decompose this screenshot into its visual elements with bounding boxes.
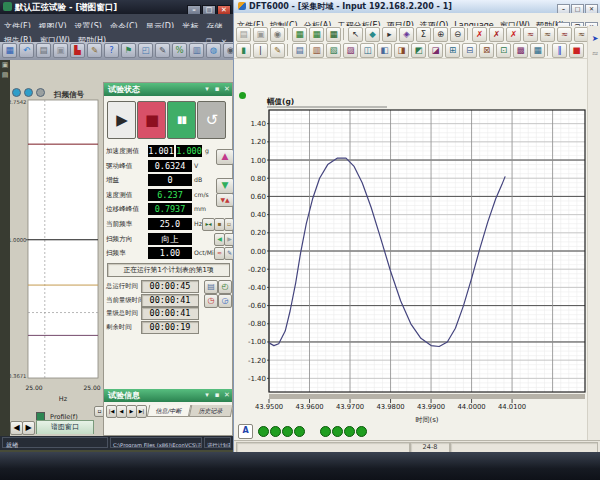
database-icon[interactable]: ▥ [189, 43, 204, 58]
minimize-button[interactable]: – [187, 5, 201, 14]
tab-nav-button-4[interactable]: ▶| [136, 405, 147, 418]
flag-icon[interactable]: ⚑ [121, 43, 136, 58]
field-label: 加速度测值 [106, 145, 146, 157]
chart-type-icon-9[interactable]: ◪ [428, 43, 443, 58]
chart-type-icon-13[interactable]: ⊡ [496, 43, 511, 58]
run-button[interactable]: ▶ [107, 101, 136, 139]
chart-type-icon-2[interactable]: ▥ [309, 43, 324, 58]
snapshot-icon[interactable]: ◉ [270, 27, 285, 42]
save-icon[interactable]: ▦ [2, 43, 17, 58]
maximize-button[interactable]: □ [571, 4, 584, 13]
edit-pen-icon[interactable]: ✎ [270, 43, 285, 58]
annotate-icon[interactable]: ✎ [155, 43, 170, 58]
elapsed-clock-icon[interactable]: ◴ [218, 280, 232, 294]
chart-type-icon-6[interactable]: ◧ [377, 43, 392, 58]
stop-acquisition-icon[interactable]: ■ [569, 43, 584, 58]
help-icon[interactable]: ? [104, 43, 119, 58]
wave-tool-icon[interactable]: ≈ [588, 49, 600, 58]
chart-type-icon-7[interactable]: ◨ [394, 43, 409, 58]
copy-icon[interactable]: ▣ [253, 27, 268, 42]
vcs-titlebar[interactable]: 默认正弦试验 - [谱图窗口] –□✕ [0, 0, 233, 14]
zoom-window-icon[interactable]: ◰ [138, 43, 153, 58]
timer-value: 00:00:19 [141, 321, 199, 334]
chart-type-icon-10[interactable]: ⊞ [445, 43, 460, 58]
statusbar-ready-text: 就绪 [2, 437, 108, 448]
chart-type-icon-3[interactable]: ▧ [326, 43, 341, 58]
panel-menu-icon[interactable]: ▾ [202, 83, 212, 96]
vcs-menubar-row2: –❐✕ 报告(R)窗口(W)帮助(H) [0, 28, 233, 42]
wave-detrend-icon[interactable]: ≈ [574, 27, 587, 42]
panel-close-icon[interactable]: ✕ [222, 83, 232, 96]
sum-icon[interactable]: Σ [416, 27, 431, 42]
erase-block-icon[interactable]: ✗ [489, 27, 504, 42]
wave-smooth-icon[interactable]: ≈ [540, 27, 555, 42]
wave-filter-icon[interactable]: ≈ [523, 27, 538, 42]
toolbar-separator [287, 28, 288, 40]
pause-button[interactable]: ▮▮ [167, 101, 196, 139]
level-step-button[interactable]: ▼▲ [216, 193, 234, 207]
schedule-table-icon[interactable]: ▤ [204, 280, 218, 294]
panel-pin-icon[interactable]: ▪ [212, 83, 222, 96]
zoom-in-icon[interactable]: ⊕ [433, 27, 448, 42]
zoom-out-icon[interactable]: ⊖ [450, 27, 465, 42]
dft6000-titlebar[interactable]: DFT6000 - [采集时域 - Input 192.168.2.200 - … [234, 0, 600, 13]
close-button[interactable]: ✕ [585, 4, 598, 13]
nav-pointer-icon[interactable]: ➤ [588, 34, 600, 43]
chart-type-icon-5[interactable]: ◫ [360, 43, 375, 58]
percent-icon[interactable]: % [172, 43, 187, 58]
chart-type-icon-15[interactable]: ▦ [530, 43, 545, 58]
minimize-button[interactable]: – [557, 4, 570, 13]
bars-cursor-icon[interactable]: ▮ [236, 43, 251, 58]
info-menu-icon[interactable]: ▾ [202, 389, 212, 402]
level-down-button[interactable]: ▼ [216, 178, 234, 194]
print-icon[interactable]: ▤ [236, 27, 251, 42]
restart-button[interactable]: ↺ [197, 101, 226, 139]
info-close-icon[interactable]: ✕ [222, 389, 232, 402]
info-pin-icon[interactable]: ▪ [212, 389, 222, 402]
copy-icon[interactable]: ▣ [53, 43, 68, 58]
close-button[interactable]: ✕ [217, 5, 231, 14]
total-clock-icon[interactable]: ◶ [218, 294, 232, 308]
beam-cursor-icon[interactable]: | [253, 43, 268, 58]
alarm-clock-icon[interactable]: ◷ [204, 294, 218, 308]
svg-text:43.9600: 43.9600 [295, 403, 323, 411]
svg-text:-0.40: -0.40 [248, 284, 266, 292]
edit-pen-icon[interactable]: ✎ [87, 43, 102, 58]
value-display: 0.7937 [148, 203, 192, 215]
test-status-header[interactable]: 试验状态 ✕▪▾ [104, 83, 232, 96]
info-tab-1[interactable]: 信息/中断 [147, 405, 192, 417]
cursor-icon[interactable]: ↖ [348, 27, 363, 42]
chart-type-icon-12[interactable]: ⊠ [479, 43, 494, 58]
pause-acquisition-icon[interactable]: ‖ [552, 43, 567, 58]
tab-scroll-right-button[interactable]: ▶ [22, 421, 35, 435]
maximize-button[interactable]: □ [202, 5, 216, 14]
chart-type-icon-1[interactable]: ▤ [292, 43, 307, 58]
print-icon[interactable]: ▤ [36, 43, 51, 58]
camera-icon[interactable]: ◉ [223, 43, 233, 58]
chart-type-icon-11[interactable]: ⊟ [462, 43, 477, 58]
globe-icon[interactable]: ◍ [206, 43, 221, 58]
layout-grid-icon[interactable]: ▦ [292, 27, 307, 42]
undo-icon[interactable]: ↶ [19, 43, 34, 58]
info-tab-2[interactable]: 历史记录 [189, 405, 234, 417]
play-marker-icon[interactable]: ▸ [382, 27, 397, 42]
test-info-header[interactable]: 试验信息 ✕▪▾ [104, 389, 232, 402]
channel-a-button[interactable]: A [238, 424, 253, 439]
erase-trace-icon[interactable]: ✗ [472, 27, 487, 42]
export-pdf-icon[interactable]: ▙ [70, 43, 85, 58]
scope-grid-icon[interactable]: ▦ [309, 27, 324, 42]
stop-button[interactable]: ■ [137, 101, 166, 139]
chart-type-icon-14[interactable]: ▩ [513, 43, 528, 58]
panel-grid-icon[interactable]: ▦ [326, 27, 341, 42]
tab-spectrum-window[interactable]: 谱图窗口 [36, 420, 94, 434]
wave-window-icon[interactable]: ≈ [557, 27, 572, 42]
time-waveform-plot[interactable]: 1.401.201.000.800.600.400.200.00-0.20-0.… [237, 90, 589, 432]
chart-type-icon-8[interactable]: ◩ [411, 43, 426, 58]
star-marker-icon[interactable]: ◈ [399, 27, 414, 42]
marker-icon[interactable]: ◆ [365, 27, 380, 42]
chart-type-icon-4[interactable]: ▨ [343, 43, 358, 58]
erase-all-icon[interactable]: ✗ [506, 27, 521, 42]
dock-tool-icon[interactable]: ▣▤ [0, 60, 10, 80]
sweep-signal-plot[interactable]: 2.75421.00000.367125.0025.00Hz [10, 92, 103, 406]
level-up-button[interactable]: ▲ [216, 149, 234, 165]
